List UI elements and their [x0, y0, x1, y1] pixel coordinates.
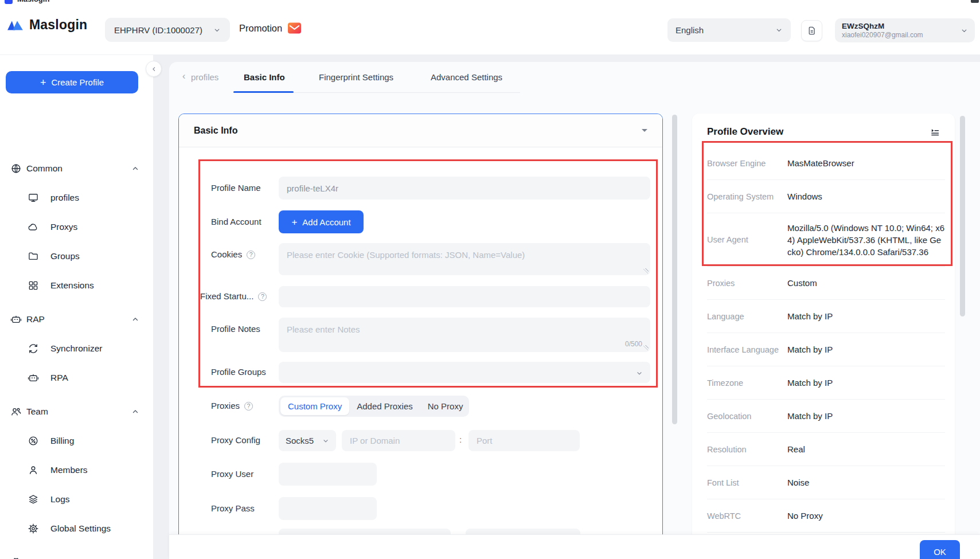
proxy-host-field[interactable]: [342, 430, 455, 451]
window-app-icon: [5, 0, 13, 4]
sidebar-item-label: Members: [50, 465, 139, 475]
language-selector[interactable]: English: [667, 18, 791, 42]
proxy-pass-field[interactable]: [279, 497, 377, 520]
fixed-startup-field[interactable]: [279, 286, 650, 307]
sidebar-item-billing[interactable]: Billing: [0, 426, 153, 455]
proxy-tab-no-proxy[interactable]: No Proxy: [420, 397, 471, 415]
help-icon[interactable]: ?: [244, 402, 253, 411]
profile-name-field[interactable]: [279, 177, 650, 200]
resize-handle-icon[interactable]: [643, 268, 649, 273]
overview-row: Interface LanguageMatch by IP: [707, 333, 945, 366]
overview-row-label: Proxies: [707, 279, 787, 288]
user-account-menu[interactable]: EWzSQhzM xiaofei020907@gmail.com: [835, 18, 975, 42]
proxy-type-select[interactable]: Socks5: [279, 430, 336, 451]
overview-row: User AgentMozilla/5.0 (Windows NT 10.0; …: [707, 213, 945, 267]
add-account-button[interactable]: + Add Account: [279, 210, 364, 233]
cookies-field[interactable]: [279, 243, 650, 275]
profile-notes-textarea[interactable]: [279, 318, 650, 352]
folder-icon: [28, 251, 39, 262]
panel-options-icon[interactable]: [930, 127, 940, 137]
create-profile-label: Create Profile: [51, 77, 104, 87]
main-scrollbar[interactable]: [672, 115, 677, 424]
overview-row-value: MasMateBrowser: [787, 157, 945, 169]
profile-name-input[interactable]: [279, 177, 650, 200]
overview-row: LanguageMatch by IP: [707, 300, 945, 333]
back-chevron-icon[interactable]: ‹: [182, 71, 185, 81]
overview-row: Browser EngineMasMateBrowser: [707, 147, 945, 180]
proxy-type-value: Socks5: [286, 436, 314, 445]
create-profile-button[interactable]: + Create Profile: [6, 71, 138, 93]
cookies-textarea[interactable]: [279, 243, 650, 275]
basic-info-panel-header[interactable]: Basic Info: [179, 114, 662, 147]
proxy-host-input[interactable]: [342, 430, 455, 451]
sidebar-item-groups[interactable]: Groups: [0, 241, 153, 271]
gift-icon: [10, 557, 22, 559]
help-icon[interactable]: ?: [258, 292, 267, 301]
proxy-user-input[interactable]: [279, 463, 377, 486]
tab-fingerprint-settings[interactable]: Fingerprint Settings: [319, 72, 393, 82]
proxies-segmented-control: Custom Proxy Added Proxies No Proxy: [279, 396, 469, 417]
sidebar-item-subscription-purchase[interactable]: Subscription Purchase: [0, 548, 153, 559]
cookies-label: Cookies?: [211, 249, 255, 260]
brand: Maslogin: [7, 17, 87, 33]
overview-row: ResolutionReal: [707, 433, 945, 466]
profile-overview-panel: Profile Overview Browser EngineMasMateBr…: [692, 114, 955, 559]
page-scrollbar[interactable]: [960, 116, 965, 316]
overview-row: Font ListNoise: [707, 466, 945, 499]
overview-row-value: Mozilla/5.0 (Windows NT 10.0; Win64; x64…: [787, 222, 945, 258]
proxy-config-label: Proxy Config: [211, 435, 260, 446]
proxy-pass-input[interactable]: [279, 497, 377, 520]
bind-account-label: Bind Account: [211, 216, 261, 228]
sync-icon: [28, 343, 39, 354]
ok-button[interactable]: OK: [920, 540, 960, 559]
workspace-selector[interactable]: EHPHRV (ID:1000027): [105, 18, 230, 42]
document-button[interactable]: [801, 20, 822, 41]
proxy-port-field[interactable]: [468, 430, 580, 451]
proxy-port-input[interactable]: [468, 430, 580, 451]
workspace-label: EHPHRV (ID:1000027): [114, 25, 202, 35]
cloud-icon: [28, 221, 39, 233]
breadcrumb-back-profiles[interactable]: profiles: [191, 72, 218, 82]
proxies-label: Proxies?: [211, 400, 253, 412]
profile-notes-label: Profile Notes: [211, 323, 260, 335]
sidebar-collapse-button[interactable]: [146, 61, 162, 77]
sidebar-section-label: RAP: [26, 314, 131, 325]
sidebar-item-synchronizer[interactable]: Synchronizer: [0, 334, 153, 363]
overview-row-label: Geolocation: [707, 412, 787, 421]
proxy-tab-added-proxies[interactable]: Added Proxies: [349, 397, 420, 415]
sidebar-section-rap[interactable]: RAP: [0, 304, 153, 334]
resize-handle-icon[interactable]: [643, 345, 649, 350]
sidebar-item-members[interactable]: Members: [0, 455, 153, 484]
tab-advanced-settings[interactable]: Advanced Settings: [431, 72, 502, 82]
sidebar-item-rpa[interactable]: RPA: [0, 363, 153, 392]
sidebar-item-label: Synchronizer: [50, 343, 139, 354]
tab-basic-info[interactable]: Basic Info: [244, 72, 285, 82]
help-icon[interactable]: ?: [247, 251, 255, 259]
brand-logo-icon: [7, 18, 24, 33]
chevron-up-icon: [131, 408, 139, 416]
sidebar-item-logs[interactable]: Logs: [0, 484, 153, 514]
app-root: Maslogin Maslogin EHPHRV (ID:1000027) Pr…: [0, 0, 980, 559]
overview-row-value: Custom: [787, 277, 945, 289]
chevron-down-icon: [636, 370, 643, 377]
profile-notes-field[interactable]: 0/500: [279, 318, 650, 352]
proxy-user-field[interactable]: [279, 463, 377, 486]
sidebar-item-profiles[interactable]: profiles: [0, 183, 153, 212]
sidebar-section-team[interactable]: Team: [0, 397, 153, 426]
sidebar-item-global-settings[interactable]: Global Settings: [0, 514, 153, 543]
sidebar-item-label: Proxys: [50, 222, 139, 232]
sidebar-item-extensions[interactable]: Extensions: [0, 271, 153, 300]
sidebar-item-proxys[interactable]: Proxys: [0, 212, 153, 241]
footer-bar: OK: [169, 534, 980, 559]
profile-groups-select[interactable]: [279, 362, 650, 383]
menu-gap: [0, 543, 153, 548]
overview-row-value: No Proxy: [787, 510, 945, 522]
promotion-link[interactable]: Promotion: [239, 22, 301, 34]
sidebar-section-common[interactable]: Common: [0, 154, 153, 183]
caret-down-icon: [642, 129, 647, 135]
overview-row-value: Match by IP: [787, 343, 945, 355]
promotion-envelope-icon: [288, 22, 301, 34]
fixed-startup-input[interactable]: [279, 286, 650, 307]
overview-row-label: Font List: [707, 478, 787, 487]
proxy-tab-custom-proxy[interactable]: Custom Proxy: [280, 397, 349, 415]
